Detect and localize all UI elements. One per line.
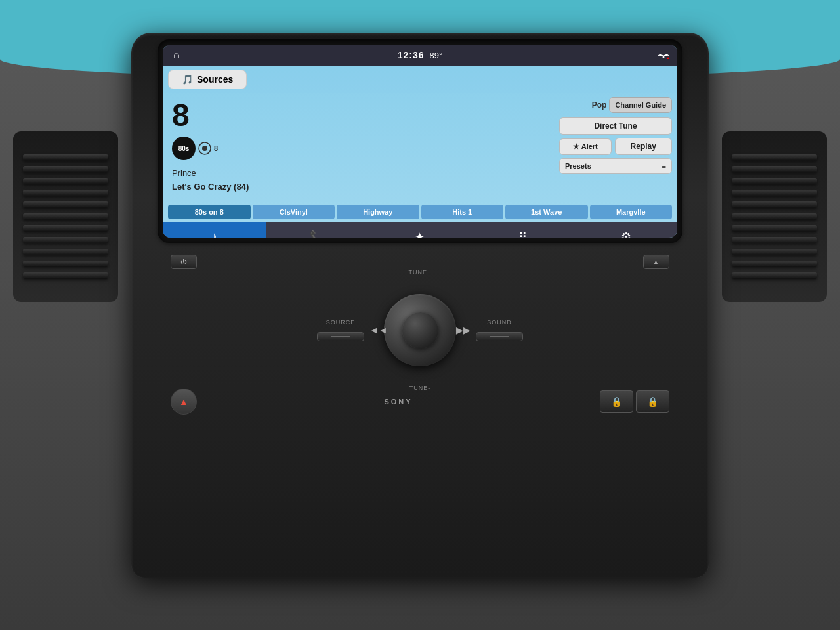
tune-knob[interactable]: ◄◄ ▶▶ — [384, 294, 456, 366]
next-track-arrow[interactable]: ▶▶ — [456, 325, 471, 335]
song-title: Let's Go Crazy (84) — [172, 182, 550, 192]
vent-slat — [23, 237, 108, 243]
nav-icon: ✦ — [415, 230, 425, 238]
preset-button[interactable]: 80s on 8 — [168, 205, 251, 219]
tune-minus-label: TUNE- — [410, 385, 431, 391]
vent-slat — [23, 261, 108, 267]
vent-slat — [732, 154, 817, 161]
screen-housing: ⌂ 12:36 89° — [158, 39, 682, 243]
source-button-line — [331, 336, 350, 337]
vent-slat — [732, 261, 817, 267]
left-air-vent — [13, 131, 118, 302]
right-air-vent — [722, 131, 827, 302]
lock-button-left[interactable]: 🔒 — [600, 390, 633, 413]
star-icon: ★ — [573, 142, 579, 151]
knob-area: SOURCE TUNE+ ◄◄ ▶▶ TUNE- — [158, 281, 682, 379]
presets-bar: 80s on 8ClsVinylHighwayHits 11st WaveMar… — [163, 202, 677, 222]
vent-slat — [23, 201, 108, 208]
preset-button[interactable]: 1st Wave — [505, 205, 588, 219]
vent-slat — [732, 201, 817, 208]
logo-sub-text: 8 — [214, 144, 218, 152]
center-console: ⌂ 12:36 89° — [131, 33, 709, 578]
vent-slat — [732, 178, 817, 184]
preset-button[interactable]: Highway — [337, 205, 419, 219]
dashboard: ⌂ 12:36 89° — [0, 0, 840, 630]
nav-settings[interactable]: ⚙ Settings — [574, 222, 677, 238]
replay-button[interactable]: Replay — [615, 138, 673, 155]
channel-logo: 80s 8 — [172, 136, 550, 160]
source-button[interactable] — [317, 332, 364, 341]
vent-slat — [732, 225, 817, 232]
logo-circle-icon — [198, 142, 211, 155]
presets-menu-icon: ≡ — [662, 162, 666, 170]
vent-slat — [732, 213, 817, 220]
sound-button-line — [490, 336, 509, 337]
infotainment-screen: ⌂ 12:36 89° — [163, 45, 677, 238]
nav-audio[interactable]: ♪ Audio — [163, 222, 266, 238]
genre-label: Pop — [592, 100, 607, 110]
preset-button[interactable]: Margvlle — [590, 205, 673, 219]
sony-brand-label: SONY — [384, 398, 412, 406]
alert-replay-row: ★ Alert Replay — [559, 138, 672, 155]
home-icon[interactable]: ⌂ — [173, 49, 180, 61]
phone-icon: 📞 — [310, 230, 324, 238]
alert-button[interactable]: ★ Alert — [559, 138, 612, 155]
vent-slat — [23, 190, 108, 196]
wifi-icon — [658, 50, 669, 61]
direct-tune-button[interactable]: Direct Tune — [559, 117, 672, 135]
svg-point-0 — [663, 56, 665, 58]
sound-group: SOUND — [476, 319, 523, 341]
vent-slat — [23, 166, 108, 173]
vent-slat — [732, 190, 817, 196]
hazard-icon: ▲ — [179, 396, 188, 407]
svg-point-1 — [667, 57, 669, 59]
bottom-nav-bar: ♪ Audio 📞 Phone ✦ Nav ⠿ Apps — [163, 222, 677, 238]
preset-button[interactable]: Hits 1 — [421, 205, 504, 219]
vent-slat — [23, 249, 108, 255]
main-content: 8 80s 8 Prince Let's Go Cr — [163, 93, 677, 202]
vent-slat — [732, 272, 817, 279]
vent-slat — [23, 272, 108, 279]
eject-button[interactable]: ▲ — [643, 255, 669, 269]
prev-track-arrow[interactable]: ◄◄ — [369, 325, 388, 335]
presets-button[interactable]: Presets ≡ — [559, 158, 672, 174]
status-bar: ⌂ 12:36 89° — [163, 45, 677, 66]
apps-icon: ⠿ — [518, 230, 527, 238]
vent-slat — [23, 225, 108, 232]
alert-label: Alert — [581, 142, 598, 150]
lock-buttons: 🔒 🔒 — [600, 390, 669, 413]
channel-number: 8 — [172, 100, 550, 131]
sources-icon: 🎵 — [182, 74, 193, 85]
knob-center[interactable] — [402, 312, 438, 348]
preset-button[interactable]: ClsVinyl — [253, 205, 335, 219]
presets-label: Presets — [565, 162, 591, 170]
source-group: SOURCE — [317, 319, 364, 341]
hazard-button[interactable]: ▲ — [171, 388, 197, 415]
tune-knob-wrap: TUNE+ ◄◄ ▶▶ TUNE- — [384, 281, 456, 379]
sources-button[interactable]: 🎵 Sources — [168, 70, 247, 89]
nav-nav[interactable]: ✦ Nav — [369, 222, 472, 238]
vent-slat — [732, 249, 817, 255]
lock-button-right[interactable]: 🔒 — [636, 390, 669, 413]
artist-name: Prince — [172, 168, 550, 178]
temperature-display: 89° — [430, 51, 443, 60]
channel-logo-badge: 80s — [172, 136, 196, 160]
top-right-row: Pop Channel Guide — [559, 97, 672, 113]
tune-plus-label: TUNE+ — [409, 269, 432, 276]
clock-display: 12:36 — [398, 50, 425, 60]
left-panel: 8 80s 8 Prince Let's Go Cr — [163, 93, 559, 202]
nav-phone[interactable]: 📞 Phone — [266, 222, 369, 238]
power-button[interactable]: ⏻ — [171, 255, 197, 269]
channel-guide-button[interactable]: Channel Guide — [609, 97, 672, 113]
sources-label: Sources — [197, 74, 233, 85]
source-label: SOURCE — [326, 319, 356, 326]
audio-icon: ♪ — [211, 230, 217, 238]
sources-bar: 🎵 Sources — [163, 66, 677, 93]
nav-apps[interactable]: ⠿ Apps — [471, 222, 574, 238]
right-panel: Pop Channel Guide Direct Tune ★ Alert Re… — [559, 93, 677, 202]
vent-slat — [23, 154, 108, 161]
sound-button[interactable] — [476, 332, 523, 341]
logo-80s-text: 80s — [178, 145, 190, 152]
vent-slat — [23, 178, 108, 184]
vent-slat — [23, 213, 108, 220]
